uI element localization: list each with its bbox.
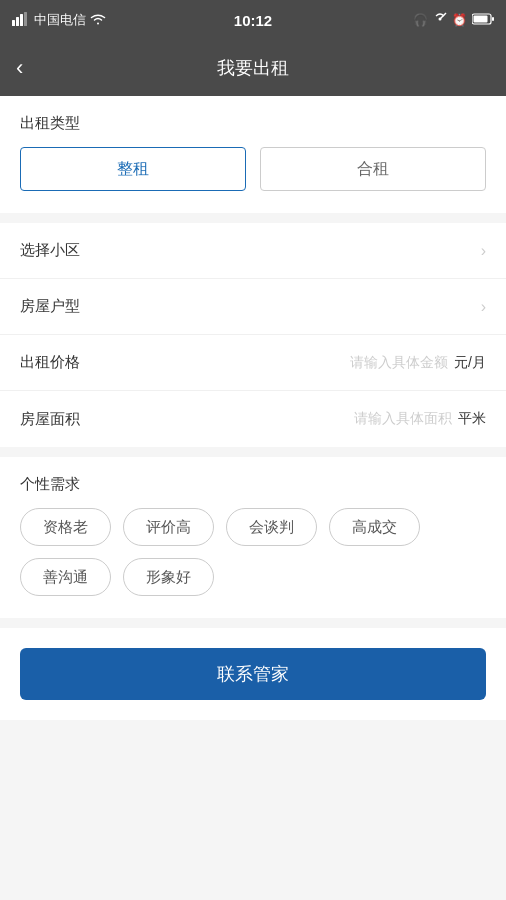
personal-needs-section: 个性需求 资格老 评价高 会谈判 高成交 善沟通 形象好: [0, 457, 506, 618]
contact-button[interactable]: 联系管家: [20, 648, 486, 700]
signal-icon: [433, 12, 447, 29]
bottom-btn-area: 联系管家: [0, 628, 506, 720]
battery-icon: [472, 13, 494, 28]
carrier-name: 中国电信: [34, 11, 86, 29]
price-row: 出租价格 请输入具体金额 元/月: [0, 335, 506, 391]
tag-good-image[interactable]: 形象好: [123, 558, 214, 596]
area-label: 房屋面积: [20, 410, 100, 429]
svg-rect-6: [474, 15, 488, 22]
whole-rent-button[interactable]: 整租: [20, 147, 246, 191]
alarm-icon: ⏰: [452, 13, 467, 27]
status-left: 中国电信: [12, 11, 106, 29]
carrier-signal: [12, 12, 30, 29]
community-row[interactable]: 选择小区 ›: [0, 223, 506, 279]
layout-label: 房屋户型: [20, 297, 100, 316]
price-placeholder[interactable]: 请输入具体金额: [100, 354, 448, 372]
rental-type-label: 出租类型: [20, 114, 486, 133]
headphone-icon: 🎧: [413, 13, 428, 27]
tag-high-deal[interactable]: 高成交: [329, 508, 420, 546]
status-time: 10:12: [234, 12, 272, 29]
svg-point-4: [439, 17, 442, 20]
personal-needs-label: 个性需求: [20, 475, 486, 494]
page-title: 我要出租: [217, 56, 289, 80]
tag-negotiation[interactable]: 会谈判: [226, 508, 317, 546]
price-unit: 元/月: [454, 354, 486, 372]
area-placeholder[interactable]: 请输入具体面积: [100, 410, 452, 428]
svg-rect-1: [16, 17, 19, 26]
layout-row[interactable]: 房屋户型 ›: [0, 279, 506, 335]
type-buttons: 整租 合租: [20, 147, 486, 191]
status-right: 🎧 ⏰: [413, 12, 494, 29]
tag-high-rating[interactable]: 评价高: [123, 508, 214, 546]
svg-rect-0: [12, 20, 15, 26]
tag-good-comm[interactable]: 善沟通: [20, 558, 111, 596]
community-label: 选择小区: [20, 241, 100, 260]
content: 出租类型 整租 合租 选择小区 › 房屋户型 › 出租价格 请输入具体金额 元/…: [0, 96, 506, 720]
svg-rect-3: [24, 12, 27, 26]
layout-chevron: ›: [481, 298, 486, 316]
area-row: 房屋面积 请输入具体面积 平米: [0, 391, 506, 447]
form-rows: 选择小区 › 房屋户型 › 出租价格 请输入具体金额 元/月 房屋面积 请输入具…: [0, 223, 506, 447]
status-bar: 中国电信 10:12 🎧 ⏰: [0, 0, 506, 40]
shared-rent-button[interactable]: 合租: [260, 147, 486, 191]
tags-grid: 资格老 评价高 会谈判 高成交 善沟通 形象好: [20, 508, 486, 596]
price-label: 出租价格: [20, 353, 100, 372]
community-chevron: ›: [481, 242, 486, 260]
header: ‹ 我要出租: [0, 40, 506, 96]
svg-rect-2: [20, 14, 23, 26]
back-button[interactable]: ‹: [16, 55, 23, 81]
rental-type-section: 出租类型 整租 合租: [0, 96, 506, 213]
tag-experienced[interactable]: 资格老: [20, 508, 111, 546]
wifi-icon: [90, 13, 106, 28]
area-unit: 平米: [458, 410, 486, 428]
svg-rect-7: [492, 17, 494, 21]
